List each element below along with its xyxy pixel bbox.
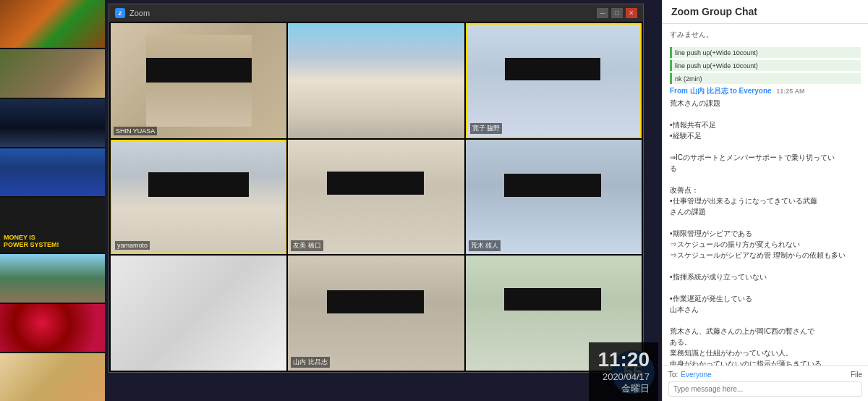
participant-label-5: 荒木 雄人 bbox=[469, 240, 501, 251]
video-cell-hashiguchi[interactable]: 友美 橋口 bbox=[288, 140, 464, 255]
video-cell-shin-yuasa[interactable]: SHIN YUASA bbox=[111, 23, 286, 138]
chat-footer: To: Everyone File bbox=[663, 366, 868, 401]
chat-input[interactable] bbox=[668, 381, 862, 397]
chat-panel: Zoom Group Chat すみません。 line push up(+Wid… bbox=[662, 0, 868, 401]
thumbnail-food2[interactable] bbox=[0, 353, 105, 401]
zoom-titlebar: Z Zoom ─ □ ✕ bbox=[109, 4, 643, 22]
participant-label-0: SHIN YUASA bbox=[114, 127, 157, 135]
thumbnail-dark-bird[interactable] bbox=[0, 99, 105, 147]
chat-input-row bbox=[668, 381, 862, 397]
thumbnail-food[interactable] bbox=[0, 0, 105, 48]
date-overlay: 11:20 2020/04/17 金曜日 bbox=[589, 342, 658, 401]
chat-msg-main: From 山内 比吕志 to Everyone 11:25 AM 荒木さんの課題… bbox=[670, 86, 861, 366]
close-button[interactable]: ✕ bbox=[626, 8, 637, 18]
maximize-button[interactable]: □ bbox=[611, 8, 623, 18]
video-cell-building[interactable] bbox=[288, 23, 464, 138]
participant-label-3: yamamoto bbox=[115, 241, 150, 250]
video-cell-empty1[interactable] bbox=[111, 256, 286, 371]
time-display: 11:20 bbox=[597, 348, 650, 371]
chat-body: 荒木さんの課題 •情報共有不足 •経験不足 ⇒ICのサポートとメンバーサポートで… bbox=[670, 98, 861, 366]
video-cell-yamamoto[interactable]: yamamoto bbox=[111, 140, 286, 255]
chat-sender: From 山内 比吕志 to Everyone 11:25 AM bbox=[670, 86, 861, 96]
chat-header-title: Zoom Group Chat bbox=[671, 6, 757, 17]
thumbnail-vase[interactable] bbox=[0, 148, 105, 196]
chat-header: Zoom Group Chat bbox=[663, 0, 868, 24]
video-cell-araki[interactable]: 荒木 雄人 bbox=[466, 140, 642, 255]
video-cell-yamauchi[interactable]: 山内 比吕志 bbox=[288, 256, 464, 371]
window-controls: ─ □ ✕ bbox=[597, 8, 637, 18]
chat-time: 11:25 AM bbox=[776, 88, 804, 95]
zoom-logo: Z bbox=[115, 8, 125, 18]
file-btn[interactable]: File bbox=[851, 371, 862, 379]
highlight-1: line push up(+Wide 10count) bbox=[670, 47, 861, 58]
chat-prev-text: すみません。 bbox=[670, 30, 861, 40]
participant-label-2: 寛子 脇野 bbox=[470, 123, 503, 134]
money-text: MONEY ISPOWER SYSTEM! bbox=[4, 234, 59, 250]
chat-to-row: To: Everyone File bbox=[668, 371, 862, 379]
thumbnail-animal[interactable] bbox=[0, 49, 105, 97]
left-thumbnails: MONEY ISPOWER SYSTEM! bbox=[0, 0, 105, 401]
thumbnail-landscape[interactable] bbox=[0, 254, 105, 302]
video-cell-wakino[interactable]: 寛子 脇野 bbox=[466, 23, 642, 138]
thumbnail-money[interactable]: MONEY ISPOWER SYSTEM! bbox=[0, 198, 105, 253]
to-value[interactable]: Everyone bbox=[681, 371, 711, 379]
date-display: 2020/04/17 bbox=[597, 371, 650, 382]
highlight-3: nk (2min) bbox=[670, 73, 861, 84]
zoom-title: Zoom bbox=[129, 9, 597, 17]
minimize-button[interactable]: ─ bbox=[597, 8, 608, 18]
desktop: G gimp 2. I Inkscape MONEY ISPOWER SYSTE… bbox=[0, 0, 868, 401]
weekday-display: 金曜日 bbox=[597, 382, 650, 395]
participant-label-4: 友美 橋口 bbox=[291, 240, 323, 251]
zoom-window: Z Zoom ─ □ ✕ SHIN YUASA bbox=[109, 4, 644, 373]
chat-msg-prev: すみません。 bbox=[670, 30, 861, 40]
thumbnail-berries[interactable] bbox=[0, 304, 105, 352]
highlight-2: line push up(+Wide 10count) bbox=[670, 60, 861, 71]
video-grid: SHIN YUASA 寛子 脇野 yamamoto bbox=[109, 22, 643, 372]
chat-messages[interactable]: すみません。 line push up(+Wide 10count) line … bbox=[663, 24, 868, 366]
participant-label-7: 山内 比吕志 bbox=[291, 357, 330, 368]
to-label: To: bbox=[668, 371, 678, 379]
